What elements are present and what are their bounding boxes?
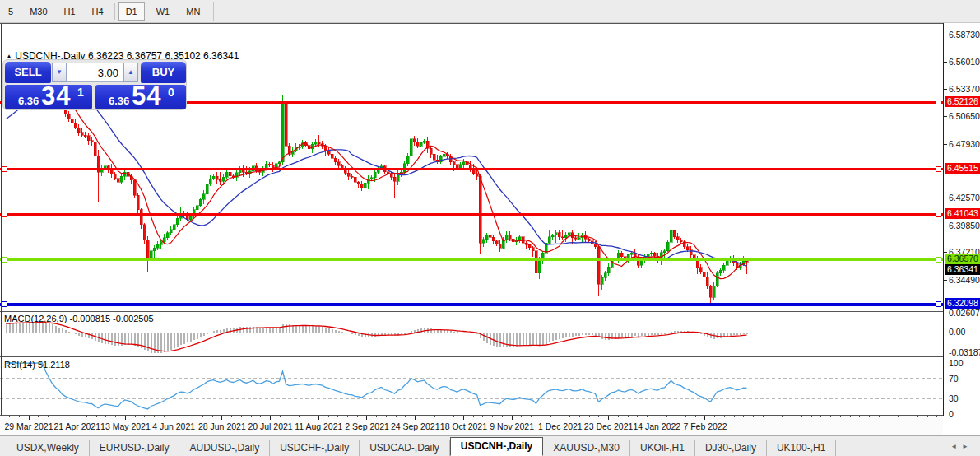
timeframe-button-d1[interactable]: D1 [118, 2, 145, 21]
chart-tab-usdcnh[interactable]: USDCNH-,Daily [450, 437, 543, 456]
price-axis-label: 6.56010 [949, 57, 980, 67]
timeframe-button-h4[interactable]: H4 [85, 2, 111, 21]
buy-price-sup: 0 [168, 86, 174, 99]
price-level-badge: 6.41043 [945, 208, 980, 219]
chart-tab-usdchf[interactable]: USDCHF-,Daily [270, 440, 360, 456]
chart-tab-xauusd[interactable]: XAUUSD-,M30 [543, 440, 630, 456]
chart-tab-usdcad[interactable]: USDCAD-,Daily [360, 440, 450, 456]
arrow-up-icon: ▲ [128, 68, 134, 76]
price-axis-tick [944, 35, 947, 35]
price-axis-label: 6.39850 [949, 221, 980, 230]
date-ticks [0, 416, 943, 421]
timeframe-button-m30[interactable]: M30 [22, 2, 54, 21]
timeframe-button-h1[interactable]: H1 [57, 2, 83, 21]
sell-price-prefix: 6.36 [18, 95, 39, 107]
date-axis-label: 18 Oct 2021 [440, 421, 487, 431]
chart-tab-usdx[interactable]: USDX,Weekly [7, 440, 90, 456]
rsi-axis-label: 70 [949, 374, 959, 384]
sell-price-sup: 1 [77, 86, 84, 99]
buy-button[interactable]: BUY [141, 62, 186, 83]
date-axis[interactable]: 29 Mar 202121 Apr 202113 May 20214 Jun 2… [0, 416, 943, 435]
main-chart-panel[interactable]: ▲ USDCNH-,Daily 6.36223 6.36757 6.35102 … [0, 23, 943, 311]
date-axis-label: 9 Nov 2021 [490, 421, 534, 431]
chart-tab-eurusd[interactable]: EURUSD-,Daily [90, 440, 180, 456]
price-axis-tick [944, 144, 947, 145]
price-axis-tick [944, 280, 947, 281]
timeframe-button-5[interactable]: 5 [1, 2, 21, 21]
date-axis-label: 2 Sep 2021 [345, 421, 389, 431]
buy-price-prefix: 6.36 [109, 95, 129, 107]
macd-axis-label: 0.02607 [949, 308, 980, 318]
price-axis-tick [944, 62, 947, 63]
rsi-indicator-panel[interactable]: RSI(14) 51.2118 [0, 358, 943, 416]
macd-axis-label: -0.03187 [949, 347, 980, 357]
toolbar-separator [114, 3, 115, 20]
bid-price-badge: 6.36341 [945, 264, 980, 275]
date-axis-label: 11 Aug 2021 [295, 421, 342, 431]
price-axis-label: 6.50650 [949, 111, 980, 121]
vertical-line-marker [1, 24, 2, 415]
date-axis-label: 7 Feb 2022 [683, 421, 727, 431]
volume-increase-button[interactable]: ▲ [123, 63, 138, 82]
date-axis-label: 4 Jun 2021 [152, 421, 195, 431]
price-level-badge: 6.52126 [945, 96, 980, 107]
timeframe-toolbar: 5M30H1H4D1W1MN [0, 0, 980, 23]
sell-button[interactable]: SELL [5, 62, 51, 83]
date-axis-label: 14 Jan 2022 [633, 421, 680, 431]
scroll-right-icon[interactable]: ► [962, 443, 973, 450]
rsi-axis-label: 30 [949, 393, 959, 403]
timeframe-button-w1[interactable]: W1 [149, 2, 178, 21]
buy-price-big: 54 [132, 81, 161, 111]
rsi-chart [0, 358, 943, 414]
toolbar-group-separator [213, 2, 214, 21]
chart-tab-dj30[interactable]: DJ30-,Daily [695, 440, 767, 456]
arrow-down-icon: ▼ [56, 68, 63, 76]
date-axis-label: 20 Jul 2021 [248, 421, 292, 431]
price-axis-label: 6.47930 [949, 139, 980, 149]
price-axis-label: 6.42570 [949, 193, 980, 202]
buy-price-display[interactable]: 6.36 54 0 [95, 85, 186, 109]
rsi-label: RSI(14) 51.2118 [4, 360, 70, 370]
price-axis-label: 6.53370 [949, 84, 980, 94]
price-axis-label: 6.58730 [949, 30, 980, 40]
tab-scroll-arrows[interactable]: ◄► [950, 443, 973, 450]
sell-price-big: 34 [41, 81, 71, 111]
macd-label: MACD(12,26,9) -0.000815 -0.002505 [4, 314, 154, 323]
price-level-badge: 6.36570 [945, 254, 980, 264]
price-axis-tick [944, 89, 947, 90]
price-axis-label: 6.34490 [949, 275, 980, 285]
date-axis-label: 21 Apr 2021 [53, 421, 100, 431]
volume-input[interactable] [67, 63, 123, 82]
price-level-badge: 6.32098 [945, 298, 980, 309]
price-axis-tick [944, 116, 947, 117]
price-axis-tick [944, 226, 947, 226]
date-axis-label: 23 Dec 2021 [584, 421, 634, 431]
chart-tab-audusd[interactable]: AUDUSD-,Daily [179, 440, 270, 456]
rsi-axis-label: 0 [949, 409, 954, 419]
date-axis-label: 29 Mar 2021 [5, 421, 53, 431]
chart-tab-bar: USDX,WeeklyEURUSD-,DailyAUDUSD-,DailyUSD… [0, 435, 980, 456]
price-axis-tick [944, 198, 947, 198]
price-axis[interactable]: 6.587306.560106.533706.506506.479306.425… [943, 23, 980, 416]
volume-decrease-button[interactable]: ▼ [52, 63, 67, 82]
sell-price-display[interactable]: 6.36 34 1 [5, 85, 92, 109]
macd-axis-label: 0.00 [949, 327, 965, 337]
chart-tab-uk100[interactable]: UK100-,H1 [767, 440, 836, 456]
one-click-trade-panel: SELL ▼ ▲ BUY 6.36 34 1 6.36 54 0 [2, 59, 187, 110]
chart-tab-ukoil[interactable]: UKOil-,H1 [630, 440, 695, 456]
date-axis-label: 24 Sep 2021 [391, 421, 440, 431]
timeframe-button-mn[interactable]: MN [179, 2, 207, 21]
scroll-left-icon[interactable]: ◄ [950, 443, 962, 450]
macd-indicator-panel[interactable]: MACD(12,26,9) -0.000815 -0.002505 [0, 311, 943, 357]
rsi-axis-label: 100 [949, 358, 964, 368]
date-axis-label: 28 Jun 2021 [198, 421, 246, 431]
price-level-badge: 6.45515 [945, 163, 980, 174]
date-axis-label: 13 May 2021 [100, 421, 151, 431]
trading-platform-window: 5M30H1H4D1W1MN ▲ USDCNH-,Daily 6.36223 6… [0, 0, 980, 456]
date-axis-label: 1 Dec 2021 [538, 421, 583, 431]
